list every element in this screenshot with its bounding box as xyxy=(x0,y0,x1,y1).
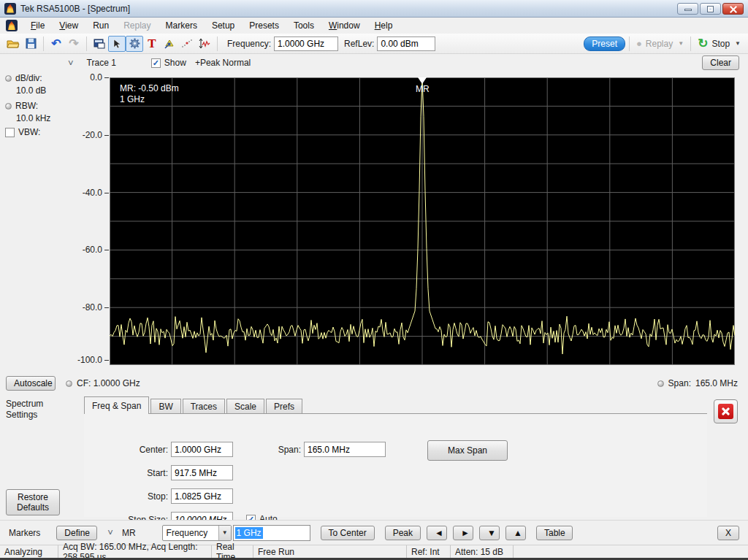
marker-readout-frequency: 1 GHz xyxy=(120,94,179,105)
y-axis-tick: -40.0 xyxy=(58,188,102,198)
vbw-checkbox[interactable] xyxy=(5,128,15,137)
tab-freq-span[interactable]: Freq & Span xyxy=(84,396,149,414)
replay-dropdown-icon[interactable]: ▼ xyxy=(678,40,684,47)
close-markers-button[interactable]: X xyxy=(717,526,739,540)
max-span-button[interactable]: Max Span xyxy=(427,440,508,461)
status-acquisition: Acq BW: 165.00 MHz, Acq Length: 258.595 … xyxy=(58,545,212,559)
marker-expand-icon[interactable]: ˅ xyxy=(107,527,113,538)
menu-markers[interactable]: Markers xyxy=(159,18,205,33)
markers-table-button[interactable] xyxy=(178,36,196,52)
marker-type-dropdown[interactable]: Frequency ▼ xyxy=(162,525,232,541)
peak-higher-button[interactable]: ▲ xyxy=(505,526,526,540)
document-icon[interactable] xyxy=(6,20,18,31)
tab-traces[interactable]: Traces xyxy=(183,399,225,414)
marker-frequency-input[interactable]: 1 GHz xyxy=(233,525,310,541)
reflev-label: RefLev: xyxy=(344,39,374,49)
stop-input[interactable] xyxy=(171,488,233,504)
select-pointer-button[interactable] xyxy=(108,36,126,52)
peak-lower-button[interactable]: ▼ xyxy=(479,526,500,540)
marker-table-button[interactable]: Table xyxy=(536,526,573,540)
frequency-input[interactable] xyxy=(274,37,338,51)
trace-collapse-icon[interactable]: ˅ xyxy=(68,58,74,69)
vbw-control: VBW: xyxy=(5,127,40,137)
trace-scale-button[interactable] xyxy=(196,36,213,52)
peak-right-button[interactable]: ► xyxy=(453,526,473,540)
menu-setup[interactable]: Setup xyxy=(205,18,242,33)
close-button[interactable] xyxy=(722,3,744,15)
replay-button[interactable]: ● Replay ▼ xyxy=(633,38,687,49)
start-label: Start: xyxy=(113,468,168,478)
db-div-knob-icon[interactable] xyxy=(5,75,12,82)
marker-define-button[interactable] xyxy=(161,36,178,52)
restore-defaults-button[interactable]: Restore Defaults xyxy=(6,489,60,515)
start-input[interactable] xyxy=(171,465,233,480)
detector-mode-label[interactable]: +Peak Normal xyxy=(195,58,251,68)
minimize-button[interactable] xyxy=(677,3,698,15)
menu-file[interactable]: File xyxy=(23,18,52,33)
undo-button[interactable]: ↶ xyxy=(47,36,65,52)
center-input[interactable] xyxy=(171,442,233,457)
define-markers-button[interactable]: Define xyxy=(56,526,97,540)
displays-button[interactable] xyxy=(91,36,108,52)
to-center-button[interactable]: To Center xyxy=(321,526,375,540)
tab-bw[interactable]: BW xyxy=(150,399,180,414)
toolbar-separator xyxy=(43,37,44,51)
marker-readout-amplitude: MR: -0.50 dBm xyxy=(120,83,179,94)
plot-region: dB/div: 10.0 dB RBW: 10.0 kHz VBW: 0.0 -… xyxy=(0,72,748,374)
close-settings-button[interactable] xyxy=(714,399,738,423)
clear-trace-button[interactable]: Clear xyxy=(702,55,739,70)
cf-knob-icon[interactable] xyxy=(66,380,72,387)
spectrum-trace-canvas: MR xyxy=(110,77,735,365)
redo-button[interactable]: ↷ xyxy=(65,36,83,52)
preset-button[interactable]: Preset xyxy=(584,37,625,51)
menu-presets[interactable]: Presets xyxy=(242,18,286,33)
show-trace-checkbox[interactable]: ✓ xyxy=(151,58,161,68)
arrow-left-icon: ◄ xyxy=(435,528,443,538)
status-reference: Ref: Int xyxy=(407,545,451,559)
trace-name[interactable]: Trace 1 xyxy=(87,58,116,68)
menu-help[interactable]: Help xyxy=(367,18,400,33)
undo-icon: ↶ xyxy=(51,38,61,50)
text-format-button[interactable]: T xyxy=(143,36,161,52)
save-button[interactable] xyxy=(22,36,39,52)
rbw-value[interactable]: 10.0 kHz xyxy=(16,113,50,123)
spectrum-plot[interactable]: MR MR: -0.50 dBm 1 GHz xyxy=(110,77,735,365)
vbw-label: VBW: xyxy=(18,127,40,137)
stop-dropdown-icon[interactable]: ▼ xyxy=(735,40,741,47)
cf-readout[interactable]: CF: 1.0000 GHz xyxy=(77,378,140,388)
tab-scale[interactable]: Scale xyxy=(226,399,264,414)
selected-text: 1 GHz xyxy=(235,527,263,539)
db-div-value[interactable]: 10.0 dB xyxy=(16,85,46,96)
stop-field: Stop: xyxy=(113,488,233,504)
stop-button[interactable]: ↻ Stop ▼ xyxy=(695,36,744,51)
marker-icon xyxy=(164,39,175,49)
open-file-button[interactable] xyxy=(4,36,22,52)
rbw-label: RBW: xyxy=(15,101,38,111)
menu-tools[interactable]: Tools xyxy=(286,18,321,33)
dropdown-arrow-icon[interactable]: ▼ xyxy=(218,526,231,540)
autoscale-button[interactable]: Autoscale xyxy=(6,376,56,391)
tab-prefs[interactable]: Prefs xyxy=(266,399,302,414)
spectrum-analyzer-app: Tek RSA5100B - [Spectrum] File View Run … xyxy=(0,0,748,560)
center-label: Center: xyxy=(113,445,168,455)
peak-left-button[interactable]: ◄ xyxy=(427,526,447,540)
rbw-knob-icon[interactable] xyxy=(5,103,12,110)
menu-window[interactable]: Window xyxy=(321,18,367,33)
menu-run[interactable]: Run xyxy=(85,18,116,33)
settings-gear-button[interactable] xyxy=(126,36,143,52)
app-logo-icon xyxy=(4,3,16,15)
displays-icon xyxy=(94,39,105,49)
marker-type-value: Frequency xyxy=(163,528,208,538)
minimize-icon xyxy=(684,9,692,11)
span-input[interactable] xyxy=(304,442,386,457)
save-icon xyxy=(26,38,37,49)
reflev-input[interactable] xyxy=(377,37,435,51)
start-field: Start: xyxy=(113,465,233,480)
span-readout[interactable]: Span: 165.0 MHz xyxy=(647,378,738,388)
span-knob-icon[interactable] xyxy=(657,380,664,387)
restore-button[interactable] xyxy=(700,3,721,15)
peak-button[interactable]: Peak xyxy=(385,526,421,540)
menu-view[interactable]: View xyxy=(52,18,85,33)
menu-replay[interactable]: Replay xyxy=(116,18,158,33)
stop-label: Stop: xyxy=(113,491,168,502)
